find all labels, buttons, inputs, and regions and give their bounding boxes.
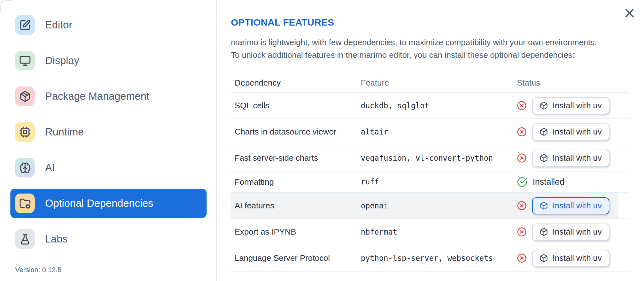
dependencies-table: Dependency Feature Status SQL cells duck… <box>231 73 630 272</box>
box-icon <box>540 228 548 236</box>
install-with-uv-button[interactable]: Install with uv <box>532 97 609 114</box>
circle-check-icon <box>517 177 527 187</box>
box-icon <box>540 254 548 262</box>
status-cell: Install with uv <box>517 123 630 140</box>
circle-x-icon <box>517 227 527 237</box>
optional-features-panel: × OPTIONAL FEATURES marimo is lightweigh… <box>217 0 644 281</box>
sidebar-item-label: Optional Dependencies <box>45 197 153 209</box>
description-line: marimo is lightweight, with few dependen… <box>231 36 630 49</box>
sidebar-item-package-management[interactable]: Package Management <box>10 82 207 111</box>
status-cell: Install with uv <box>517 97 630 114</box>
install-with-uv-button[interactable]: Install with uv <box>532 197 609 214</box>
column-header-dependency: Dependency <box>231 78 361 88</box>
dependency-cell: AI features <box>231 201 361 211</box>
status-cell: Install with uv <box>517 150 630 167</box>
sidebar-item-label: Display <box>45 55 79 67</box>
flask-icon <box>15 229 35 249</box>
version-label: Version: 0.12.5 <box>15 266 216 274</box>
sidebar-item-editor[interactable]: Editor <box>10 10 207 39</box>
table-row: Language Server Protocol python-lsp-serv… <box>231 245 630 272</box>
box-icon <box>540 154 548 162</box>
sidebar-item-label: Editor <box>45 19 72 31</box>
table-body: SQL cells duckdb, sqlglot Install with u… <box>231 93 630 272</box>
sidebar-item-label: Labs <box>45 233 68 245</box>
table-row: Formatting ruff Installed <box>231 171 630 193</box>
table-row: AI features openai Install with uv <box>231 193 630 219</box>
install-with-uv-button[interactable]: Install with uv <box>532 224 609 241</box>
install-with-uv-button[interactable]: Install with uv <box>532 150 609 167</box>
install-with-uv-button[interactable]: Install with uv <box>532 250 609 267</box>
monitor-icon <box>15 51 35 70</box>
box-icon <box>540 101 548 110</box>
folder-cog-icon <box>15 194 35 213</box>
page-title: OPTIONAL FEATURES <box>231 17 630 28</box>
column-header-feature: Feature <box>361 78 517 88</box>
sidebar-item-display[interactable]: Display <box>10 46 207 75</box>
dependency-cell: Formatting <box>231 177 361 187</box>
cpu-icon <box>15 122 35 142</box>
circle-x-icon <box>517 101 527 111</box>
square-pen-icon <box>15 15 35 35</box>
status-cell: Install with uv <box>517 250 630 267</box>
feature-cell: python-lsp-server, websockets <box>361 254 517 263</box>
dependency-cell: SQL cells <box>231 101 361 111</box>
package-icon <box>15 87 35 106</box>
sidebar-item-label: AI <box>45 162 55 174</box>
sidebar-item-label: Runtime <box>45 126 84 138</box>
dependency-cell: Charts in datasource viewer <box>231 127 361 137</box>
sidebar-item-label: Package Management <box>45 90 149 102</box>
status-cell: Installed <box>517 177 630 187</box>
table-row: Export as IPYNB nbformat Install with uv <box>231 219 630 245</box>
dependency-cell: Language Server Protocol <box>231 253 361 263</box>
table-row: Fast server-side charts vegafusion, vl-c… <box>231 145 630 171</box>
brain-icon <box>15 158 35 177</box>
feature-cell: nbformat <box>361 228 517 236</box>
feature-cell: vegafusion, vl-convert-python <box>361 154 517 163</box>
install-with-uv-button[interactable]: Install with uv <box>532 123 609 140</box>
settings-sidebar: Editor Display Package Management Runtim… <box>0 0 217 281</box>
status-cell: Install with uv <box>517 197 630 214</box>
box-icon <box>540 201 548 210</box>
circle-x-icon <box>517 201 527 211</box>
table-row: SQL cells duckdb, sqlglot Install with u… <box>231 93 630 119</box>
circle-x-icon <box>517 253 527 263</box>
feature-cell: ruff <box>361 177 517 186</box>
column-header-status: Status <box>517 78 630 88</box>
description-line: To unlock additional features in the mar… <box>231 49 630 61</box>
circle-x-icon <box>517 153 527 163</box>
box-icon <box>540 128 548 136</box>
feature-cell: duckdb, sqlglot <box>361 101 517 110</box>
dependency-cell: Fast server-side charts <box>231 153 361 163</box>
table-row: Charts in datasource viewer altair Insta… <box>231 119 630 145</box>
sidebar-item-labs[interactable]: Labs <box>10 224 207 254</box>
close-icon[interactable]: × <box>623 5 636 20</box>
feature-cell: openai <box>361 201 517 210</box>
sidebar-item-optional-dependencies[interactable]: Optional Dependencies <box>10 189 207 218</box>
table-header-row: Dependency Feature Status <box>231 73 630 93</box>
panel-description: marimo is lightweight, with few dependen… <box>231 36 630 61</box>
dependency-cell: Export as IPYNB <box>231 227 361 237</box>
sidebar-item-runtime[interactable]: Runtime <box>10 117 207 146</box>
installed-label: Installed <box>533 177 565 187</box>
feature-cell: altair <box>361 128 517 136</box>
status-cell: Install with uv <box>517 224 630 241</box>
settings-dialog: Editor Display Package Management Runtim… <box>0 0 644 281</box>
sidebar-item-ai[interactable]: AI <box>10 153 207 182</box>
circle-x-icon <box>517 127 527 137</box>
